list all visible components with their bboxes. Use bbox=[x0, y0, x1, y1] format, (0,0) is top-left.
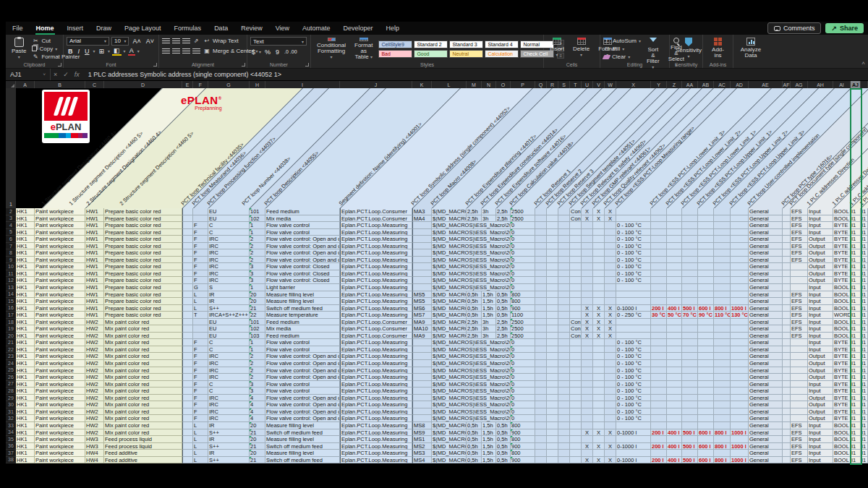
cell-S13[interactable] bbox=[558, 284, 570, 291]
cell-AB5[interactable] bbox=[698, 229, 714, 236]
cell-S18[interactable] bbox=[558, 319, 570, 326]
cell-AE19[interactable]: General bbox=[749, 325, 783, 333]
cell-AB15[interactable] bbox=[698, 298, 714, 305]
row-number-27[interactable]: 27 bbox=[6, 381, 16, 388]
cell-AF27[interactable] bbox=[783, 381, 791, 388]
cell-AI9[interactable]: BYTE bbox=[833, 257, 851, 264]
cell-S16[interactable] bbox=[558, 305, 570, 312]
cell-edge-31[interactable]: I1 bbox=[861, 408, 868, 416]
cell-AD25[interactable] bbox=[731, 367, 749, 374]
decimal-buttons[interactable]: .0 .00 bbox=[283, 49, 299, 54]
cell-AI25[interactable]: BYTE bbox=[833, 367, 851, 374]
cell-C15[interactable]: HW1 bbox=[85, 298, 104, 305]
cell-T21[interactable] bbox=[570, 339, 582, 346]
cell-X23[interactable]: 0 - 100 °C bbox=[616, 353, 651, 360]
cell-L27[interactable]: $(MD_MACROS)\ESS_Macro\203 bbox=[432, 381, 511, 388]
cell-AI4[interactable]: BYTE bbox=[833, 222, 851, 229]
cell-A30[interactable]: HK1 bbox=[16, 401, 35, 408]
cell-AH29[interactable]: Output bbox=[808, 395, 833, 402]
cell-I24[interactable]: Flow valve control: Open and clo bbox=[265, 360, 340, 367]
cell-AB14[interactable] bbox=[698, 291, 714, 299]
cell-Z13[interactable] bbox=[667, 284, 682, 291]
cell-L2[interactable]: $(MD_MACROS bbox=[432, 208, 467, 215]
cell-F6[interactable]: F bbox=[193, 236, 208, 243]
column-header-E[interactable]: E bbox=[182, 81, 193, 88]
cell-V29[interactable] bbox=[593, 395, 605, 402]
cell-F26[interactable]: F bbox=[193, 374, 208, 381]
cell-AJ22[interactable]: I1 bbox=[851, 346, 861, 354]
cell-AB9[interactable] bbox=[698, 257, 714, 264]
cell-AB26[interactable] bbox=[698, 374, 714, 381]
cell-V30[interactable] bbox=[593, 401, 605, 408]
cell-G35[interactable]: IR bbox=[208, 436, 250, 443]
cell-D10[interactable]: Prepare basic color red bbox=[104, 263, 182, 270]
cell-D23[interactable]: Mix paint color red bbox=[104, 353, 182, 360]
cell-Z28[interactable] bbox=[667, 388, 682, 395]
cell-L20[interactable]: $(MD_MACROS bbox=[432, 333, 467, 340]
cell-AE16[interactable]: General bbox=[749, 305, 783, 312]
column-header-O[interactable]: O bbox=[496, 81, 511, 88]
cell-G18[interactable]: EU bbox=[208, 319, 250, 326]
cell-S29[interactable] bbox=[558, 395, 570, 402]
cell-R16[interactable] bbox=[547, 305, 558, 312]
cell-P37[interactable]: 800 bbox=[511, 450, 535, 457]
cell-S27[interactable] bbox=[558, 381, 570, 388]
cell-W35[interactable] bbox=[605, 436, 616, 443]
cell-AC11[interactable] bbox=[714, 270, 731, 278]
cell-Z17[interactable]: 50 °C bbox=[667, 312, 682, 319]
cell-U30[interactable] bbox=[582, 401, 593, 408]
cell-U12[interactable] bbox=[582, 277, 593, 284]
cell-Z32[interactable] bbox=[667, 415, 682, 422]
cell-Q21[interactable] bbox=[535, 339, 547, 346]
cell-Y22[interactable] bbox=[651, 346, 667, 354]
cell-A27[interactable]: HK1 bbox=[16, 381, 35, 388]
cell-AD9[interactable] bbox=[731, 257, 749, 264]
menu-tab-page-layout[interactable]: Page Layout bbox=[118, 22, 168, 35]
cell-C10[interactable]: HW1 bbox=[85, 263, 104, 270]
cell-K26[interactable] bbox=[412, 374, 432, 381]
cell-K27[interactable] bbox=[412, 381, 432, 388]
cell-AI23[interactable]: BYTE bbox=[833, 353, 851, 360]
cell-Y7[interactable] bbox=[651, 243, 667, 250]
cell-O2[interactable]: 2,5h bbox=[496, 208, 511, 215]
cell-X14[interactable] bbox=[616, 291, 651, 299]
cell-AG36[interactable]: EFS bbox=[791, 443, 808, 450]
cell-AC20[interactable] bbox=[714, 333, 731, 340]
cell-AE23[interactable]: General bbox=[749, 353, 783, 360]
cell-U24[interactable] bbox=[582, 360, 593, 367]
cell-O18[interactable]: 2,5h bbox=[496, 319, 511, 326]
cell-G24[interactable]: IRC bbox=[208, 360, 250, 367]
cell-Z8[interactable] bbox=[667, 249, 682, 257]
row-number-3[interactable]: 3 bbox=[6, 215, 16, 223]
cell-W6[interactable] bbox=[605, 236, 616, 243]
cell-V18[interactable]: X bbox=[593, 319, 605, 326]
cell-AA18[interactable] bbox=[682, 319, 698, 326]
cell-L15[interactable]: $(MD_MACROS bbox=[432, 298, 467, 305]
cell-AE31[interactable]: General bbox=[749, 408, 783, 416]
cell-S7[interactable] bbox=[558, 243, 570, 250]
cell-F34[interactable]: L bbox=[193, 429, 208, 437]
cell-AC29[interactable] bbox=[714, 395, 731, 402]
cell-W2[interactable]: X bbox=[605, 208, 616, 215]
cell-AF37[interactable] bbox=[783, 450, 791, 457]
cell-R27[interactable] bbox=[547, 381, 558, 388]
cell-P17[interactable]: 1100 bbox=[511, 312, 535, 319]
indent-icon[interactable] bbox=[192, 48, 200, 54]
cell-X12[interactable]: 0 - 100 °C bbox=[616, 277, 651, 284]
cell-G5[interactable]: C bbox=[208, 229, 250, 236]
cell-U16[interactable]: X bbox=[582, 305, 593, 312]
cell-Y33[interactable] bbox=[651, 422, 667, 429]
cell-T26[interactable] bbox=[570, 374, 582, 381]
cell-G13[interactable]: S bbox=[208, 284, 250, 291]
cell-S25[interactable] bbox=[558, 367, 570, 374]
font-name-select[interactable]: Arial▾ bbox=[67, 37, 109, 46]
cell-AD2[interactable] bbox=[731, 208, 749, 215]
cell-V33[interactable] bbox=[593, 422, 605, 429]
menu-tab-data[interactable]: Data bbox=[208, 22, 234, 35]
cell-AF10[interactable] bbox=[783, 263, 791, 270]
cell-S28[interactable] bbox=[558, 388, 570, 395]
cell-edge-30[interactable]: I1 bbox=[861, 401, 868, 408]
cell-H14[interactable]: 20 bbox=[250, 291, 265, 299]
enter-icon[interactable]: ✓ bbox=[60, 71, 72, 78]
cell-AI32[interactable]: BYTE bbox=[833, 415, 851, 422]
